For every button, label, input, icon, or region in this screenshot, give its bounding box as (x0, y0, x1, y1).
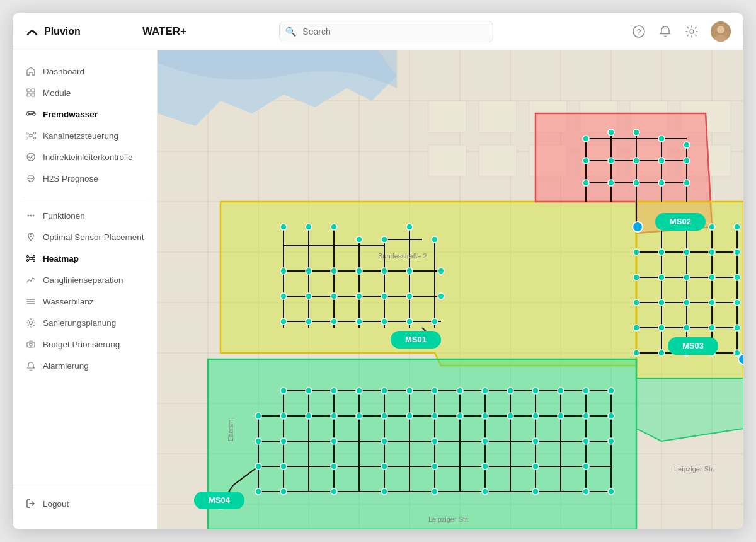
svg-point-202 (457, 388, 463, 394)
svg-rect-7 (32, 89, 35, 92)
street-label-leipziger2: Leipziger Str. (674, 465, 714, 473)
svg-rect-61 (428, 145, 466, 176)
svg-point-21 (32, 178, 33, 179)
sidebar-label-wasser: Wasserbilanz (43, 297, 94, 306)
svg-point-155 (709, 274, 715, 280)
sidebar-item-budget[interactable]: Budget Priorisierung (13, 333, 157, 355)
search-bar: 🔍 (279, 21, 493, 42)
svg-point-107 (356, 236, 362, 243)
settings2-icon (25, 317, 37, 328)
svg-point-89 (658, 180, 665, 186)
svg-point-238 (482, 463, 488, 470)
svg-point-196 (306, 388, 312, 394)
sidebar-label-fremdwasser: Fremdwasser (43, 110, 98, 119)
sidebar-item-sanierung[interactable]: Sanierungsplanung (13, 312, 157, 333)
svg-point-229 (482, 438, 488, 444)
ms04-label: MS04 (209, 495, 231, 505)
grid-icon (25, 87, 37, 98)
sidebar-function-section: Funktionen Optimal Sensor Placement Heat… (13, 202, 157, 379)
svg-point-233 (255, 463, 261, 470)
bell-icon[interactable] (658, 24, 673, 39)
check-circle-icon (25, 151, 37, 163)
svg-point-130 (406, 318, 413, 325)
avatar[interactable] (711, 21, 731, 42)
svg-point-77 (608, 129, 614, 136)
settings-icon[interactable] (684, 24, 699, 39)
svg-point-156 (734, 274, 740, 280)
svg-point-119 (306, 293, 312, 299)
svg-point-204 (507, 388, 513, 394)
sidebar-item-module[interactable]: Module (13, 82, 157, 103)
svg-point-230 (532, 438, 539, 444)
svg-point-17 (27, 153, 35, 161)
logo[interactable]: Pluvion (25, 25, 132, 38)
ms01-label: MS01 (405, 335, 427, 344)
svg-point-127 (331, 318, 337, 325)
svg-rect-56 (479, 101, 517, 132)
svg-point-201 (432, 388, 438, 394)
svg-point-28 (33, 256, 35, 258)
svg-point-125 (280, 318, 287, 325)
svg-point-217 (457, 413, 463, 419)
svg-point-15 (26, 137, 28, 139)
sidebar-item-kanalnetz[interactable]: Kanalnetzsteuerung (13, 125, 157, 146)
sidebar-item-heatmap[interactable]: Heatmap (13, 248, 157, 269)
svg-point-152 (633, 274, 639, 280)
svg-point-157 (633, 299, 639, 306)
sidebar-label-gang: Ganglinienseparation (43, 275, 123, 285)
svg-point-246 (482, 488, 488, 495)
svg-point-109 (406, 224, 413, 230)
topbar-right: ? (631, 21, 731, 42)
svg-point-113 (331, 268, 337, 274)
svg-point-241 (255, 488, 261, 495)
heatmap-icon (25, 253, 37, 264)
sidebar-item-alarm[interactable]: Alarmierung (13, 355, 157, 376)
svg-point-106 (331, 224, 337, 230)
street-label-bundesstrasse: Bundesstraße 2 (378, 252, 427, 260)
chart-icon (25, 274, 37, 285)
svg-point-211 (306, 413, 312, 419)
logout-button[interactable]: Logout (25, 493, 144, 514)
sidebar-item-fremdwasser[interactable]: Fremdwasser (13, 103, 157, 125)
help-icon[interactable]: ? (631, 24, 646, 39)
svg-point-81 (583, 158, 589, 164)
svg-point-203 (482, 388, 488, 394)
search-input[interactable] (279, 21, 493, 42)
svg-point-123 (406, 293, 413, 299)
svg-point-234 (280, 463, 287, 470)
sidebar-item-gang[interactable]: Ganglinienseparation (13, 269, 157, 291)
svg-point-2 (690, 30, 694, 33)
sidebar-label-budget: Budget Priorisierung (43, 340, 120, 349)
svg-point-129 (381, 318, 387, 325)
svg-point-80 (684, 142, 690, 148)
sidebar-item-optimal[interactable]: Optimal Sensor Placement (13, 226, 157, 248)
sidebar-label-funktionen: Funktionen (43, 211, 85, 221)
svg-point-160 (709, 299, 715, 306)
sidebar-divider-1 (23, 197, 147, 197)
main-layout: Dashboard Module Fremdwasser (13, 50, 743, 529)
sidebar-item-wasser[interactable]: Wasserbilanz (13, 291, 157, 312)
sidebar-item-dashboard[interactable]: Dashboard (13, 61, 157, 82)
pin-icon (25, 231, 37, 243)
svg-point-13 (26, 132, 28, 134)
svg-point-87 (608, 180, 614, 186)
svg-point-165 (709, 325, 715, 331)
route-icon (25, 108, 37, 120)
svg-point-128 (356, 318, 362, 325)
app-title: WATER+ (142, 25, 205, 38)
logo-text: Pluvion (44, 26, 81, 37)
svg-point-206 (558, 388, 564, 394)
svg-point-105 (306, 224, 312, 230)
sidebar-item-h2s[interactable]: H2S Prognose (13, 168, 157, 189)
svg-point-85 (684, 158, 690, 164)
svg-point-115 (381, 268, 387, 274)
map-area[interactable]: Bundesstraße 2 Ebersm. Leipziger Str. Le… (158, 50, 743, 529)
svg-point-83 (633, 158, 639, 164)
alarm-icon (25, 360, 37, 371)
sidebar-item-indirekt[interactable]: Indirekteinleiterkontrolle (13, 146, 157, 168)
sidebar-nav-section: Dashboard Module Fremdwasser (13, 58, 157, 192)
sidebar-item-funktionen[interactable]: Funktionen (13, 205, 157, 226)
sidebar: Dashboard Module Fremdwasser (13, 50, 158, 529)
svg-point-86 (583, 180, 589, 186)
svg-point-159 (684, 299, 690, 306)
